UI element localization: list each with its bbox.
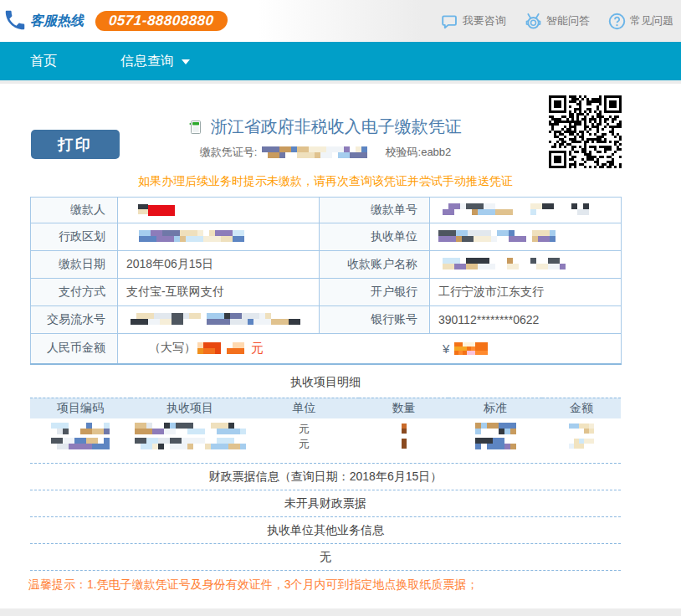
exec-unit-redacted xyxy=(438,230,556,242)
txn-no-label: 交易流水号 xyxy=(31,306,118,334)
toplink-consult[interactable]: 我要咨询 xyxy=(441,13,506,30)
chevron-down-icon xyxy=(182,59,190,64)
col-amount: 金额 xyxy=(542,398,621,418)
recv-account-redacted xyxy=(443,258,566,270)
other-business-value: 无 xyxy=(30,543,621,570)
payer-redacted xyxy=(138,204,148,214)
unit-value: 元 xyxy=(249,437,359,452)
details-row: 元 xyxy=(30,437,621,452)
warning-text: 如果办理后续业务时提示未缴款，请再次查询该凭证并尝试手动推送凭证 xyxy=(0,174,651,189)
certificate-title: 浙江省政府非税收入电子缴款凭证 xyxy=(211,117,462,136)
txn-no-value xyxy=(118,306,320,334)
redaction-mosaic xyxy=(402,424,407,434)
redaction-mosaic xyxy=(402,439,407,449)
txn-no-redacted xyxy=(131,313,300,325)
recv-account-value xyxy=(430,251,622,279)
page: 客服热线 0571-88808880 我要咨询 智能问答 xyxy=(0,0,681,616)
col-unit: 单位 xyxy=(249,398,359,418)
col-project-code: 项目编码 xyxy=(30,398,131,418)
hotline-number-badge: 0571-88808880 xyxy=(95,11,228,31)
currency-symbol: ¥ xyxy=(443,341,449,356)
voucher-number-redacted xyxy=(262,146,367,158)
nav-home-label: 首页 xyxy=(30,53,57,70)
order-no-label: 缴款单号 xyxy=(320,198,430,223)
amount-label: 人民币金额 xyxy=(31,334,118,364)
bank-account-value: 390112********0622 xyxy=(430,306,622,334)
col-standard: 标准 xyxy=(448,398,542,418)
question-circle-icon xyxy=(608,13,626,30)
table-row: 交易流水号 银行账号 390112********0622 xyxy=(31,306,622,334)
payment-info-table: 缴款人 缴款单号 行政区划 执收单位 缴款日期 xyxy=(30,197,622,365)
redaction-mosaic xyxy=(569,439,594,449)
toplink-qa-label: 智能问答 xyxy=(546,13,590,28)
bank-label: 开户银行 xyxy=(320,279,430,306)
amount-redacted-cell xyxy=(542,418,621,437)
bank-account-label: 银行账号 xyxy=(320,306,430,334)
redaction-mosaic xyxy=(135,438,246,449)
voucher-number-label: 缴款凭证号: xyxy=(200,146,258,158)
table-row: 支付方式 支付宝-互联网支付 开户银行 工行宁波市江东支行 xyxy=(31,279,622,306)
hotline-label: 客服热线 xyxy=(30,13,84,30)
nav-item-info-query[interactable]: 信息查询 xyxy=(120,53,190,70)
toplink-consult-label: 我要咨询 xyxy=(463,13,506,28)
pay-method-value: 支付宝-互联网支付 xyxy=(118,279,320,306)
standard-redacted xyxy=(448,418,542,437)
redaction-mosaic xyxy=(135,423,246,434)
pay-method-label: 支付方式 xyxy=(31,279,118,306)
check-code: 校验码:eabb2 xyxy=(386,146,452,158)
payer-label: 缴款人 xyxy=(31,198,118,223)
redaction-mosaic xyxy=(569,424,594,434)
amount-redacted-cell xyxy=(542,437,621,452)
hotline: 客服热线 0571-88808880 xyxy=(0,9,228,33)
details-header-row: 项目编码 执收项目 单位 数量 标准 金额 xyxy=(30,398,621,418)
chat-bubble-icon xyxy=(441,13,458,30)
other-business-title: 执收单位其他业务信息 xyxy=(30,516,621,543)
recv-account-label: 收款账户名称 xyxy=(320,251,430,279)
robot-icon xyxy=(525,13,542,30)
fiscal-bill-status: 未开具财政票据 xyxy=(30,490,621,516)
print-button[interactable]: 打印 xyxy=(31,130,120,159)
exec-unit-value xyxy=(430,223,622,251)
col-project-name: 执收项目 xyxy=(131,398,249,418)
district-value xyxy=(118,223,320,251)
order-no-redacted xyxy=(443,203,589,215)
nav-query-label: 信息查询 xyxy=(120,53,174,70)
toplink-qa[interactable]: 智能问答 xyxy=(525,13,590,30)
quantity-redacted xyxy=(359,418,448,437)
notice-text: 温馨提示：1.凭电子缴款凭证号及身份有效证件，3个月内可到指定地点换取纸质票据； xyxy=(28,578,681,593)
redaction-mosaic xyxy=(51,438,110,449)
table-row: 人民币金额 （大写） 元 ¥ xyxy=(31,334,622,364)
divider xyxy=(30,570,621,571)
redaction-mosaic xyxy=(475,438,516,449)
pay-date-label: 缴款日期 xyxy=(31,251,118,279)
details-section-title: 执收项目明细 xyxy=(0,375,651,390)
col-quantity: 数量 xyxy=(359,398,448,418)
toplink-faq[interactable]: 常见问题 xyxy=(608,13,673,30)
toplink-faq-label: 常见问题 xyxy=(630,13,673,28)
amount-words-unit: 元 xyxy=(251,341,264,357)
standard-redacted xyxy=(448,437,542,452)
table-row: 缴款日期 2018年06月15日 收款账户名称 xyxy=(31,251,622,279)
amount-value: （大写） 元 ¥ xyxy=(118,334,622,364)
nav-item-home[interactable]: 首页 xyxy=(30,53,57,70)
qr-code xyxy=(549,95,622,168)
payer-value xyxy=(118,198,320,223)
details-table: 项目编码 执收项目 单位 数量 标准 金额 元 元 xyxy=(30,398,621,453)
footer-sections: 财政票据信息（查询日期：2018年6月15日） 未开具财政票据 执收单位其他业务… xyxy=(30,463,621,571)
redaction-mosaic xyxy=(51,423,110,434)
fiscal-bill-info: 财政票据信息（查询日期：2018年6月15日） xyxy=(30,463,621,490)
district-redacted xyxy=(133,230,244,242)
amount-words-redacted xyxy=(197,342,244,354)
project-code-redacted xyxy=(30,418,131,437)
document-icon xyxy=(189,121,201,134)
navbar: 首页 信息查询 xyxy=(0,42,681,80)
project-name-redacted xyxy=(131,437,249,452)
order-no-value xyxy=(430,198,622,223)
table-row: 缴款人 缴款单号 xyxy=(31,198,622,223)
project-name-redacted xyxy=(131,418,249,437)
topbar: 客服热线 0571-88808880 我要咨询 智能问答 xyxy=(0,0,681,42)
exec-unit-label: 执收单位 xyxy=(320,223,430,251)
unit-value: 元 xyxy=(249,418,359,437)
project-code-redacted xyxy=(30,437,131,452)
certificate-panel: 打印 浙江省政府非税收入电子缴款凭证 缴款凭证号: 校验码:eabb2 如果办理… xyxy=(0,84,681,608)
